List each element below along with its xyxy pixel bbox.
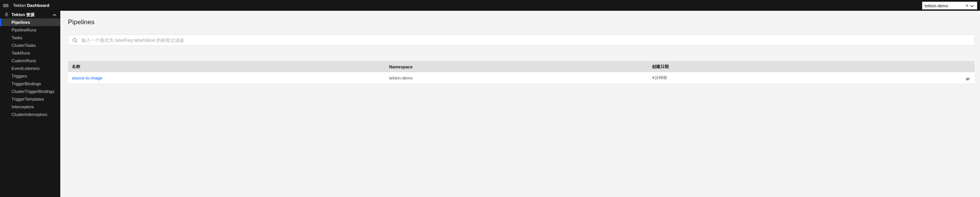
sidebar-item-triggers[interactable]: Triggers bbox=[0, 72, 60, 80]
search-icon bbox=[72, 38, 78, 43]
tekton-logo-icon bbox=[4, 12, 9, 17]
table-row: source-to-imagetekton-demo4分钟前 bbox=[68, 72, 975, 84]
col-header-namespace: Namespace bbox=[385, 61, 648, 72]
label-filter[interactable] bbox=[68, 35, 975, 46]
cell-created: 4分钟前 bbox=[648, 72, 947, 84]
col-header-actions bbox=[947, 61, 975, 72]
col-header-created: 创建日期 bbox=[648, 61, 947, 72]
pipelines-table: 名称 Namespace 创建日期 source-to-imagetekton-… bbox=[68, 61, 975, 84]
sidebar-item-triggertemplates[interactable]: TriggerTemplates bbox=[0, 95, 60, 103]
sidebar-item-clusterinterceptors[interactable]: ClusterInterceptors bbox=[0, 111, 60, 118]
main-content: Pipelines 名称 Namespace 创建日期 source-to-im… bbox=[60, 11, 980, 197]
sidebar-group-label: Tekton 资源 bbox=[12, 12, 53, 18]
col-header-name: 名称 bbox=[68, 61, 385, 72]
sidebar-item-pipelineruns[interactable]: PipelineRuns bbox=[0, 26, 60, 34]
brand-title: Tekton Dashboard bbox=[13, 3, 50, 8]
sidebar-item-interceptors[interactable]: Interceptors bbox=[0, 103, 60, 111]
svg-point-0 bbox=[6, 13, 8, 15]
namespace-selector[interactable]: tekton-demo × bbox=[922, 2, 977, 10]
sidebar-item-pipelines[interactable]: Pipelines bbox=[0, 18, 60, 26]
clear-icon[interactable]: × bbox=[965, 3, 969, 8]
sidebar-item-triggerbindings[interactable]: TriggerBindings bbox=[0, 80, 60, 88]
sidebar-item-clustertasks[interactable]: ClusterTasks bbox=[0, 41, 60, 49]
chevron-down-icon bbox=[969, 3, 975, 8]
namespace-value: tekton-demo bbox=[925, 3, 965, 8]
label-filter-input[interactable] bbox=[81, 38, 970, 43]
brand-bold: Dashboard bbox=[27, 3, 49, 8]
menu-toggle-button[interactable] bbox=[3, 2, 9, 8]
sidebar-group-tekton[interactable]: Tekton 资源 bbox=[0, 11, 60, 18]
sidebar-item-customruns[interactable]: CustomRuns bbox=[0, 57, 60, 65]
pipeline-name-link[interactable]: source-to-image bbox=[72, 76, 102, 80]
sidebar: Tekton 资源 PipelinesPipelineRunsTasksClus… bbox=[0, 11, 60, 197]
brand-prefix: Tekton bbox=[13, 3, 27, 8]
cell-namespace: tekton-demo bbox=[385, 72, 648, 84]
sidebar-item-taskruns[interactable]: TaskRuns bbox=[0, 49, 60, 57]
chevron-up-icon bbox=[53, 12, 56, 17]
table-header-row: 名称 Namespace 创建日期 bbox=[68, 61, 975, 72]
sidebar-item-tasks[interactable]: Tasks bbox=[0, 34, 60, 41]
page-title: Pipelines bbox=[68, 18, 975, 26]
row-actions-icon[interactable] bbox=[965, 77, 971, 81]
svg-point-1 bbox=[73, 38, 76, 41]
sidebar-item-eventlisteners[interactable]: EventListeners bbox=[0, 65, 60, 72]
sidebar-item-clustertriggerbindings[interactable]: ClusterTriggerBindings bbox=[0, 88, 60, 95]
